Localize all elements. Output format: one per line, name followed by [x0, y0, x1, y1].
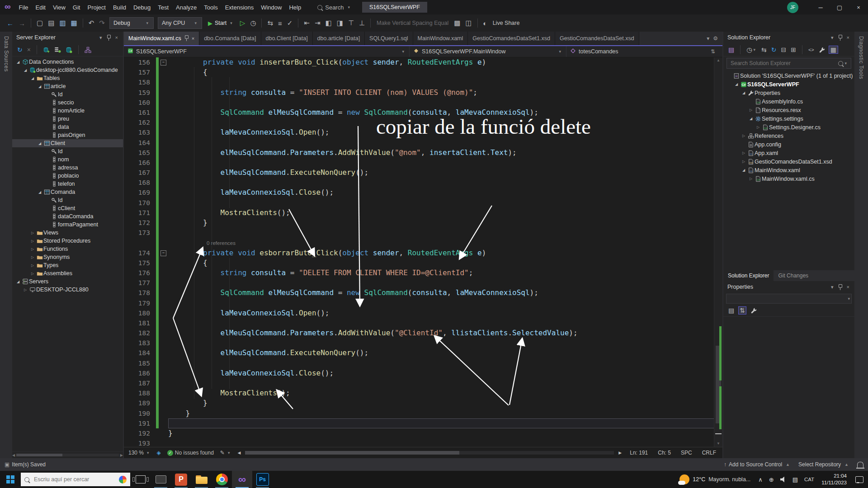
tree-item-gestiocomandesdataset1-xsd[interactable]: ▷xsdGestioComandesDataSet1.xsd	[723, 157, 854, 166]
add-connection-icon[interactable]	[64, 47, 74, 53]
expander-icon[interactable]: ▷	[755, 125, 761, 129]
stop-refresh-icon[interactable]: ×	[26, 46, 32, 53]
visual-studio-app-icon[interactable]: ∞	[232, 471, 252, 488]
code-line-169[interactable]: 169 laMevaConnexioSql.Close();	[124, 188, 714, 197]
menu-test[interactable]: Test	[154, 4, 172, 11]
start-button[interactable]	[0, 471, 21, 488]
expander-icon[interactable]: ◢	[29, 76, 36, 80]
expander-icon[interactable]: ▷	[29, 247, 36, 251]
tree-item-desktop-jccl880-gestiocomande[interactable]: ◢desktop-jccl880.GestioComande	[12, 66, 123, 74]
code-line-158[interactable]: 158	[124, 77, 714, 87]
diagnostic-tools-tab[interactable]: Diagnostic Tools	[858, 36, 864, 79]
code-line-188[interactable]: 188 MostraClients();	[124, 388, 714, 398]
code-line-191[interactable]: 191	[124, 418, 714, 428]
code-line-167[interactable]: 167 elMeuSqlCommand.ExecuteNonQuery();	[124, 168, 714, 178]
window-position-icon[interactable]: ▾	[829, 35, 836, 41]
new-file-icon[interactable]: ▢	[34, 18, 45, 28]
tree-item-formapagament[interactable]: formaPagament	[12, 221, 123, 229]
menu-build[interactable]: Build	[109, 4, 130, 11]
select-repository-button[interactable]: Select Repository▲	[798, 461, 850, 468]
properties-wrench-icon[interactable]	[749, 307, 759, 314]
expander-icon[interactable]: ◢	[37, 141, 43, 145]
issues-indicator[interactable]: ✓No issues found	[165, 450, 216, 456]
chrome-app-icon[interactable]	[212, 471, 232, 488]
expander-icon[interactable]: ▷	[29, 239, 36, 243]
powerpoint-app-icon[interactable]: P	[171, 471, 191, 488]
document-tab[interactable]: MainWindow.xaml	[413, 32, 468, 45]
close-button[interactable]: ×	[849, 0, 868, 14]
file-explorer-app-icon[interactable]	[191, 471, 212, 488]
tree-item-properties[interactable]: ◢Properties	[723, 89, 854, 97]
alphabetical-sort-icon[interactable]: ⇅	[738, 306, 746, 314]
avatar[interactable]: JF	[787, 2, 798, 13]
document-tab[interactable]: dbo.Comanda [Data]	[199, 32, 261, 45]
tree-item-settings-settings[interactable]: ◢Settings.settings	[723, 114, 854, 123]
switch-views-icon[interactable]: ▤	[727, 46, 736, 53]
tree-item-types[interactable]: ▷Types	[12, 261, 123, 269]
close-icon[interactable]: ×	[844, 284, 852, 290]
code-line-192[interactable]: 192}	[124, 428, 714, 438]
hscroll-right-icon[interactable]: ▶	[617, 450, 623, 455]
expander-icon[interactable]: ▷	[22, 288, 28, 292]
tree-item-comanda[interactable]: ◢Comanda	[12, 188, 123, 196]
tree-item-paisorigen[interactable]: paisOrigen	[12, 131, 123, 139]
search-box[interactable]: Search ▾	[317, 4, 351, 11]
action-center-icon[interactable]	[855, 476, 863, 483]
redo-icon[interactable]: ↷	[97, 18, 107, 28]
expander-icon[interactable]: ▷	[29, 263, 36, 267]
code-line-179[interactable]: 179	[124, 298, 714, 308]
tab-settings-gear-icon[interactable]: ⚙	[713, 35, 718, 42]
collapse-all-icon[interactable]: ⊟	[779, 46, 788, 53]
align-top-icon[interactable]: ⊤	[346, 18, 356, 28]
split-editor-icon[interactable]: ⇅	[707, 48, 719, 55]
code-line-182[interactable]: 182 elMeuSqlCommand.Parameters.AddWithVa…	[124, 328, 714, 338]
code-line-164[interactable]: 164	[124, 138, 714, 148]
code-line-174[interactable]: 174− private void esborrarButo_Click(obj…	[124, 248, 714, 258]
document-tab[interactable]: MainWindow.xaml.cs×	[124, 32, 199, 45]
notifications-bell-icon[interactable]	[857, 462, 863, 468]
tree-item-references[interactable]: ▷References	[723, 131, 854, 140]
document-tab[interactable]: dbo.article [Data]	[313, 32, 365, 45]
code-line-172[interactable]: 172 }	[124, 218, 714, 228]
monitor-app-app-icon[interactable]	[151, 471, 171, 488]
expander-icon[interactable]: ◢	[748, 117, 754, 121]
tree-item-views[interactable]: ▷Views	[12, 229, 123, 237]
zoom-dropdown[interactable]: 130 %▾	[127, 450, 152, 456]
eol-indicator[interactable]: CRLF	[698, 450, 720, 456]
align-right-icon[interactable]: ◨	[335, 18, 345, 28]
code-line-177[interactable]: 177	[124, 278, 714, 288]
code-line-187[interactable]: 187	[124, 378, 714, 388]
expander-icon[interactable]: ◢	[15, 280, 21, 284]
menu-edit[interactable]: Edit	[32, 4, 49, 11]
align-bottom-icon[interactable]: ⊥	[357, 18, 367, 28]
code-line-159[interactable]: 159 string consulta = "INSERT INTO CLIEN…	[124, 88, 714, 98]
editor-hscrollbar[interactable]	[245, 451, 614, 455]
breadcrumb-class[interactable]: S16SQLServerWPF.MainWindow▾	[410, 46, 566, 57]
taskbar-search-box[interactable]	[21, 473, 130, 486]
breadcrumb-member[interactable]: totesComandes ⇅	[566, 46, 722, 57]
tree-item-nom[interactable]: nom	[12, 155, 123, 164]
spell-check-icon[interactable]: ✓	[285, 18, 295, 28]
weather-widget[interactable]: 12°C Mayorm. nubla...	[675, 474, 755, 484]
volume-icon[interactable]	[777, 477, 789, 483]
tree-item-resources-resx[interactable]: ▷Resources.resx	[723, 106, 854, 114]
expander-icon[interactable]: ▷	[741, 151, 747, 155]
tree-item-poblacio[interactable]: poblacio	[12, 172, 123, 180]
tree-item-telefon[interactable]: telefon	[12, 180, 123, 188]
fold-margin[interactable]: −	[159, 57, 168, 67]
column-indicator[interactable]: Ch: 5	[654, 450, 675, 456]
code-line-156[interactable]: 156− private void insertarButo_Click(obj…	[124, 57, 714, 67]
code-line-157[interactable]: 157 {	[124, 67, 714, 77]
tree-item-functions[interactable]: ▷Functions	[12, 245, 123, 253]
tree-item-data[interactable]: data	[12, 123, 123, 131]
language-indicator[interactable]: CAT	[801, 477, 817, 482]
tree-item-preu[interactable]: preu	[12, 115, 123, 123]
server-explorer-hscrollbar[interactable]: ◀▶	[12, 451, 123, 458]
menu-project[interactable]: Project	[84, 4, 109, 11]
code-line-176[interactable]: 176 string consulta = "DELETE FROM CLIEN…	[124, 268, 714, 278]
tree-item-id[interactable]: Id	[12, 147, 123, 155]
solution-search-input[interactable]	[730, 60, 838, 67]
live-share-icon[interactable]: ◐	[481, 19, 490, 28]
refresh-icon[interactable]: ↻	[16, 46, 24, 53]
expander-icon[interactable]: ▷	[29, 255, 36, 259]
